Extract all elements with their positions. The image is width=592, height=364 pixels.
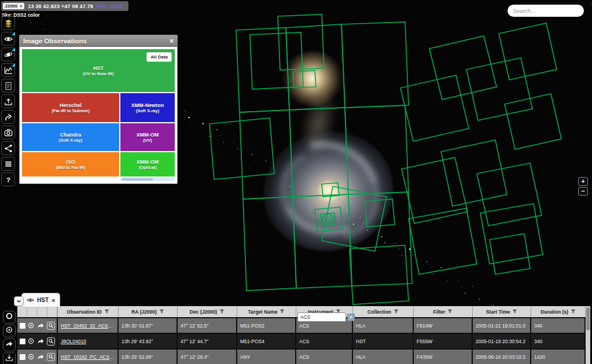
- zoom-in-button[interactable]: +: [578, 177, 588, 186]
- table-row[interactable]: HST_10182_PC_ACS_WFC_T0113h 29' 52.08"47…: [17, 350, 586, 364]
- filter-funnel-icon[interactable]: [159, 309, 164, 314]
- column-header[interactable]: Collection: [353, 306, 414, 317]
- mission-wavelength: (UV): [143, 138, 152, 143]
- panel-header[interactable]: Image Observations ×: [20, 35, 177, 47]
- center-on-row-icon[interactable]: [27, 322, 35, 330]
- observation-footprint[interactable]: [250, 32, 303, 89]
- search-input[interactable]: [513, 8, 578, 14]
- row-checkbox[interactable]: [20, 354, 25, 360]
- zoom-out-button[interactable]: −: [578, 187, 588, 196]
- observation-footprint[interactable]: [345, 105, 409, 194]
- column-header[interactable]: Observation ID: [58, 306, 119, 317]
- screenshot-button[interactable]: [1, 126, 15, 139]
- observation-footprint[interactable]: [240, 110, 293, 199]
- spectra-button[interactable]: [1, 63, 15, 77]
- mission-treemap: HST (UV to Near-IR)All DataHerschel (Far…: [22, 49, 175, 177]
- send-row-icon[interactable]: [37, 322, 45, 330]
- frame-select[interactable]: J2000 ▼: [3, 3, 24, 9]
- observation-footprint[interactable]: [365, 199, 395, 227]
- filter-funnel-icon[interactable]: [104, 309, 109, 314]
- column-header-label: Target Name: [248, 309, 278, 315]
- mission-block-iso[interactable]: ISO (Mid to Far-IR): [22, 152, 119, 177]
- close-icon[interactable]: ×: [170, 38, 174, 45]
- observation-id-link[interactable]: HST_10452_32_ACS_WFC_F814W: [61, 323, 115, 329]
- mission-block-chandra[interactable]: Chandra (Soft X-ray): [22, 123, 119, 151]
- multitarget-button[interactable]: [1, 110, 15, 124]
- mission-block-hst[interactable]: HST (UV to Near-IR)All Data: [22, 49, 175, 92]
- observation-footprint[interactable]: [286, 24, 345, 110]
- publications-button[interactable]: [1, 79, 15, 93]
- send-selection-button[interactable]: [3, 339, 16, 351]
- download-button[interactable]: [3, 352, 16, 364]
- observation-footprint[interactable]: [350, 245, 409, 304]
- filter-funnel-icon[interactable]: [447, 309, 453, 314]
- column-header[interactable]: Start Time: [473, 306, 531, 317]
- panel-horizontal-scrollbar[interactable]: [120, 178, 175, 181]
- scrollbar-thumb[interactable]: [586, 307, 590, 330]
- preview-magnifier-icon[interactable]: [47, 337, 55, 345]
- observation-footprint[interactable]: [490, 234, 530, 274]
- observation-footprint[interactable]: [243, 197, 296, 291]
- column-header[interactable]: Dec (J2000): [178, 306, 237, 317]
- center-on-row-icon[interactable]: [27, 337, 35, 345]
- mission-block-xmm-newton[interactable]: XMM-Newton (Soft X-ray): [120, 93, 175, 122]
- observation-footprint[interactable]: [341, 22, 409, 108]
- preview-magnifier-icon[interactable]: [47, 353, 55, 361]
- filter-clear-icon[interactable]: ×: [347, 314, 355, 321]
- filter-funnel-icon[interactable]: [219, 309, 225, 314]
- observation-footprint[interactable]: [293, 71, 316, 88]
- filter-funnel-icon[interactable]: [280, 309, 285, 314]
- send-row-icon[interactable]: [37, 353, 45, 361]
- observation-footprint[interactable]: [400, 75, 469, 141]
- observation-footprint[interactable]: [348, 192, 412, 286]
- table-vertical-scrollbar[interactable]: [586, 306, 590, 364]
- catalogues-button[interactable]: [1, 47, 15, 61]
- column-header[interactable]: Filter: [414, 306, 473, 317]
- table-row[interactable]: J8OL0401013h 29' 43.92"47° 12' 44.7"M51-…: [17, 334, 586, 350]
- column-header[interactable]: Duration (s): [531, 306, 586, 317]
- mission-block-xmm-om-uv[interactable]: XMM-OM (UV): [120, 123, 175, 151]
- mission-block-herschel[interactable]: Herschel (Far-IR to Submm): [22, 93, 119, 122]
- all-data-button[interactable]: All Data: [146, 52, 172, 62]
- center-selection-button[interactable]: [3, 325, 16, 337]
- observation-footprint[interactable]: [429, 36, 497, 100]
- scrollbar-thumb[interactable]: [122, 178, 153, 181]
- observation-id-link[interactable]: J8OL04010: [61, 339, 86, 344]
- observation-footprint[interactable]: [315, 207, 343, 231]
- observation-footprint[interactable]: [441, 140, 507, 206]
- preview-magnifier-icon[interactable]: [47, 322, 55, 330]
- observation-footprint[interactable]: [466, 58, 532, 120]
- cell-dec: 47° 12' 52.5": [178, 318, 237, 333]
- observation-footprint[interactable]: [499, 23, 557, 80]
- tab-hst-results[interactable]: HST ×: [21, 293, 60, 307]
- observation-footprint-circle[interactable]: [322, 214, 334, 226]
- observation-footprint[interactable]: [409, 208, 477, 274]
- filter-funnel-icon[interactable]: [394, 309, 399, 314]
- center-selection-icon: [5, 326, 13, 336]
- row-checkbox[interactable]: [20, 339, 25, 344]
- help-button[interactable]: ?: [1, 172, 15, 186]
- instrument-filter-input[interactable]: [297, 312, 346, 322]
- center-on-row-icon[interactable]: [27, 353, 35, 361]
- mission-block-xmm-om-optical[interactable]: XMM-OM (Optical): [120, 152, 175, 177]
- send-row-icon[interactable]: [37, 337, 45, 345]
- observation-footprint[interactable]: [480, 204, 543, 264]
- clear-selection-button[interactable]: [3, 311, 16, 323]
- upload-button[interactable]: [1, 94, 15, 108]
- skies-button[interactable]: [1, 16, 15, 30]
- table-collapse-button[interactable]: [14, 296, 24, 306]
- filter-funnel-icon[interactable]: [512, 309, 517, 314]
- column-header[interactable]: Target Name: [237, 306, 296, 317]
- observations-button[interactable]: [1, 32, 15, 46]
- observation-footprint[interactable]: [505, 94, 561, 149]
- share-button[interactable]: [1, 141, 15, 155]
- menu-button[interactable]: [1, 157, 15, 171]
- observation-footprint[interactable]: [402, 157, 468, 223]
- row-checkbox[interactable]: [20, 323, 25, 329]
- observation-id-link[interactable]: HST_10182_PC_ACS_WFC_T01: [61, 354, 115, 360]
- observation-footprint[interactable]: [477, 163, 542, 226]
- filter-funnel-icon[interactable]: [571, 309, 576, 314]
- observation-footprint[interactable]: [289, 108, 348, 197]
- tab-close-icon[interactable]: ×: [52, 297, 55, 304]
- column-header[interactable]: RA (J2000): [119, 306, 178, 317]
